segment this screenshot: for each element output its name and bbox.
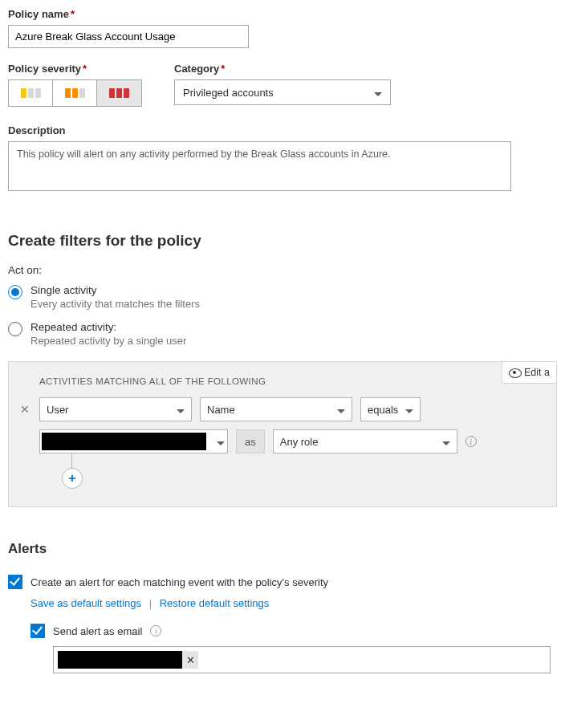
as-label: as: [236, 429, 265, 453]
filter-box-title: ACTIVITIES MATCHING ALL OF THE FOLLOWING: [39, 376, 545, 386]
send-email-checkbox[interactable]: [30, 624, 45, 638]
category-label: Category*: [174, 63, 391, 75]
create-alert-checkbox[interactable]: [8, 575, 22, 589]
info-icon[interactable]: i: [465, 436, 477, 447]
policy-name-input[interactable]: [8, 25, 249, 48]
severity-bar-icon: [124, 88, 129, 98]
severity-bar-icon: [35, 88, 41, 98]
chevron-down-icon: [177, 404, 185, 416]
category-select[interactable]: Privileged accounts: [174, 79, 391, 105]
severity-bar-icon: [65, 88, 71, 98]
filter-attr-select[interactable]: Name: [200, 397, 352, 421]
alert-settings-links: Save as default settings | Restore defau…: [30, 597, 557, 609]
info-icon[interactable]: i: [150, 625, 161, 636]
restore-default-link[interactable]: Restore default settings: [160, 597, 270, 609]
save-default-link[interactable]: Save as default settings: [30, 597, 141, 609]
connector-line: [71, 453, 545, 468]
filters-heading: Create filters for the policy: [8, 232, 557, 250]
filter-role-select[interactable]: Any role: [273, 429, 457, 453]
severity-bar-icon: [28, 88, 34, 98]
filter-box: Edit a ACTIVITIES MATCHING ALL OF THE FO…: [8, 361, 557, 507]
filter-op-value: equals: [368, 404, 398, 416]
chevron-down-icon: [217, 436, 225, 448]
edit-label: Edit a: [524, 367, 550, 378]
chevron-down-icon: [337, 404, 345, 416]
repeated-activity-sublabel: Repeated activity by a single user: [30, 335, 186, 347]
policy-name-label: Policy name*: [8, 8, 557, 20]
filter-op-select[interactable]: equals: [360, 397, 421, 421]
create-alert-label: Create an alert for each matching event …: [30, 576, 328, 588]
email-recipient-input[interactable]: ✕: [53, 646, 551, 673]
severity-bar-icon: [116, 88, 122, 98]
separator: |: [149, 597, 152, 609]
repeated-activity-radio[interactable]: [8, 322, 22, 336]
severity-medium-button[interactable]: [53, 80, 97, 106]
redacted-value: [42, 433, 206, 450]
remove-chip-icon[interactable]: ✕: [182, 651, 198, 669]
chevron-down-icon: [374, 87, 382, 99]
severity-bar-icon: [21, 88, 26, 98]
act-on-label: Act on:: [8, 264, 557, 276]
severity-bar-icon: [109, 88, 115, 98]
single-activity-label: Single activity: [30, 284, 200, 296]
severity-label: Policy severity*: [8, 63, 142, 75]
filter-value-select[interactable]: [39, 429, 228, 453]
single-activity-sublabel: Every activity that matches the filters: [30, 298, 200, 310]
chevron-down-icon: [442, 436, 450, 448]
severity-bar-icon: [72, 88, 78, 98]
severity-low-button[interactable]: [9, 80, 53, 106]
category-value: Privileged accounts: [183, 87, 274, 99]
edit-and-preview-button[interactable]: Edit a: [502, 361, 557, 384]
severity-selector: [8, 79, 142, 107]
filter-role-value: Any role: [280, 436, 319, 448]
add-filter-button[interactable]: +: [62, 468, 83, 489]
severity-bar-icon: [79, 88, 85, 98]
description-input[interactable]: This policy will alert on any activity p…: [8, 141, 511, 191]
filter-field-select[interactable]: User: [39, 397, 192, 421]
severity-high-button[interactable]: [97, 80, 141, 106]
single-activity-radio[interactable]: [8, 285, 22, 299]
description-label: Description: [8, 124, 557, 136]
alerts-heading: Alerts: [8, 541, 557, 557]
repeated-activity-label: Repeated activity:: [30, 321, 186, 333]
chevron-down-icon: [405, 404, 413, 416]
email-chip-redacted: [58, 651, 182, 669]
remove-filter-icon[interactable]: ✕: [20, 403, 31, 416]
filter-field-value: User: [47, 404, 68, 416]
send-email-label: Send alert as email: [53, 625, 142, 637]
eye-icon: [509, 368, 520, 376]
filter-attr-value: Name: [207, 404, 235, 416]
